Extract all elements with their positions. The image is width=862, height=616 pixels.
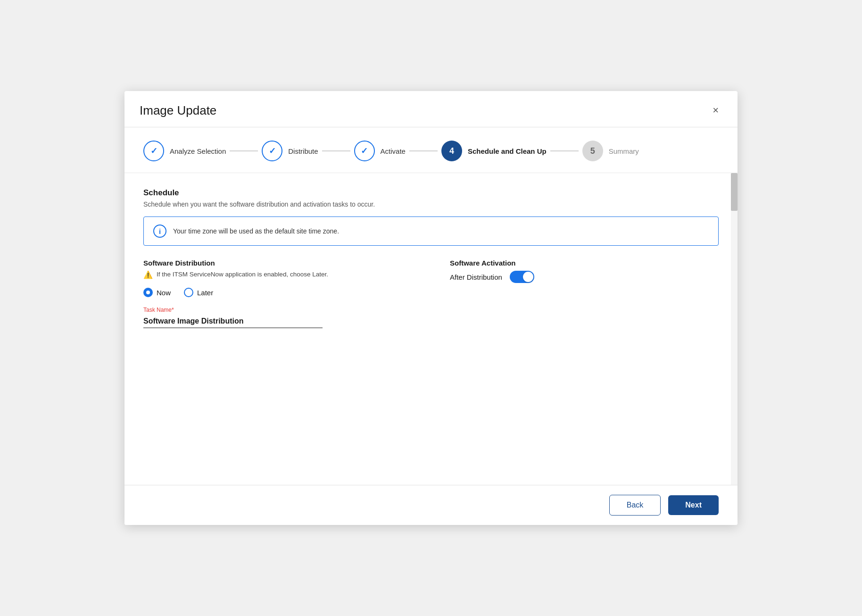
distribution-radio-group: Now Later — [143, 288, 412, 297]
stepper: ✓ Analyze Selection ✓ Distribute ✓ Activ… — [124, 127, 738, 173]
section-title: Schedule — [143, 188, 719, 198]
modal-header: Image Update × — [124, 91, 738, 127]
modal-footer: Back Next — [124, 485, 738, 525]
software-distribution-col: Software Distribution ⚠️ If the ITSM Ser… — [143, 259, 412, 328]
task-name-input[interactable] — [143, 315, 323, 328]
step-label-schedule: Schedule and Clean Up — [468, 147, 547, 155]
software-activation-title: Software Activation — [450, 259, 719, 267]
scrollbar-thumb[interactable] — [731, 173, 738, 211]
step-circle-summary: 5 — [582, 141, 603, 161]
back-button[interactable]: Back — [609, 495, 661, 516]
connector-1 — [230, 150, 258, 151]
step-circle-schedule: 4 — [441, 141, 462, 161]
section-description: Schedule when you want the software dist… — [143, 200, 719, 208]
close-button[interactable]: × — [709, 102, 722, 118]
modal-body: Schedule Schedule when you want the soft… — [124, 173, 738, 485]
step-circle-distribute: ✓ — [262, 141, 282, 161]
next-button[interactable]: Next — [668, 495, 719, 515]
step-label-distribute: Distribute — [288, 147, 318, 155]
radio-now-label: Now — [157, 289, 171, 297]
radio-later-option[interactable]: Later — [184, 288, 213, 297]
warning-icon: ⚠️ — [143, 270, 153, 279]
step-label-summary: Summary — [609, 147, 639, 155]
modal-title: Image Update — [140, 103, 216, 118]
step-schedule: 4 Schedule and Clean Up — [441, 141, 547, 161]
image-update-modal: Image Update × ✓ Analyze Selection ✓ Dis… — [124, 91, 738, 525]
task-name-field: Task Name* — [143, 307, 412, 328]
toggle-knob — [523, 272, 533, 282]
step-label-analyze: Analyze Selection — [170, 147, 226, 155]
info-icon: i — [153, 225, 166, 238]
connector-4 — [550, 150, 579, 151]
two-col-section: Software Distribution ⚠️ If the ITSM Ser… — [143, 259, 719, 328]
info-box: i Your time zone will be used as the def… — [143, 216, 719, 246]
radio-now-circle[interactable] — [143, 288, 153, 297]
warning-text: If the ITSM ServiceNow application is en… — [157, 270, 328, 279]
activation-row: After Distribution — [450, 271, 719, 283]
step-circle-activate: ✓ — [354, 141, 375, 161]
step-summary: 5 Summary — [582, 141, 639, 161]
warning-row: ⚠️ If the ITSM ServiceNow application is… — [143, 270, 412, 279]
task-name-label: Task Name* — [143, 307, 412, 313]
radio-later-label: Later — [197, 289, 213, 297]
step-circle-analyze: ✓ — [143, 141, 164, 161]
connector-3 — [409, 150, 438, 151]
step-distribute: ✓ Distribute — [262, 141, 318, 161]
software-activation-col: Software Activation After Distribution — [450, 259, 719, 328]
step-analyze: ✓ Analyze Selection — [143, 141, 226, 161]
info-message: Your time zone will be used as the defau… — [173, 227, 339, 235]
scrollbar-track[interactable] — [731, 173, 738, 485]
radio-now-option[interactable]: Now — [143, 288, 171, 297]
step-activate: ✓ Activate — [354, 141, 406, 161]
connector-2 — [322, 150, 350, 151]
software-distribution-title: Software Distribution — [143, 259, 412, 267]
activation-toggle[interactable] — [510, 271, 534, 283]
after-distribution-label: After Distribution — [450, 273, 502, 281]
radio-later-circle[interactable] — [184, 288, 193, 297]
step-label-activate: Activate — [381, 147, 406, 155]
